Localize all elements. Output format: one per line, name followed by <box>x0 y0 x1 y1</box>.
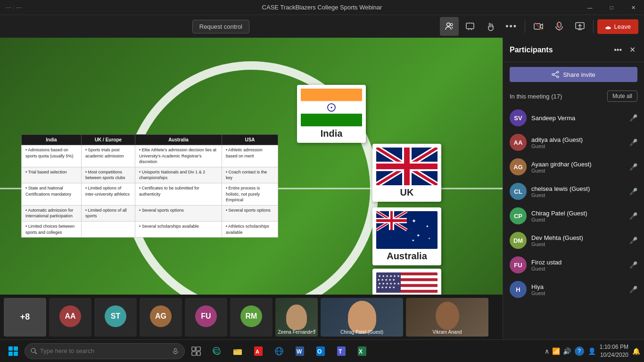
file-explorer-button[interactable] <box>228 342 247 361</box>
meeting-count-row: In this meeting (17) Mute all <box>503 87 644 106</box>
panel-close-button[interactable]: ✕ <box>627 43 637 56</box>
participant-thumb-aa[interactable]: AA <box>49 298 91 337</box>
svg-text:★ ★ ★ ★ ★ ★: ★ ★ ★ ★ ★ ★ <box>378 282 400 285</box>
chat-button[interactable] <box>461 17 479 36</box>
outlook-button[interactable]: O <box>311 342 330 361</box>
mic-status-icon: 🎤 <box>629 163 637 171</box>
word-button[interactable]: W <box>290 342 309 361</box>
avatar-ag: AG <box>150 305 172 327</box>
list-item[interactable]: H Hiya Guest 🎤 <box>503 277 644 302</box>
adobe-reader-button[interactable]: A <box>249 342 268 361</box>
mic-status-icon: 🎤 <box>629 114 637 122</box>
participant-role: Guest <box>531 143 625 149</box>
mic-button[interactable] <box>550 17 569 36</box>
mic-status-icon: 🎤 <box>629 261 637 269</box>
help-icon[interactable]: ? <box>575 346 584 356</box>
search-bar[interactable] <box>25 343 185 359</box>
overflow-count-thumb[interactable]: +8 <box>4 298 46 337</box>
toolbar-right: ••• <box>440 17 638 36</box>
uk-label: UK <box>400 187 414 198</box>
task-view-button[interactable] <box>187 342 206 361</box>
outlook-icon: O <box>316 346 325 356</box>
leave-button[interactable]: Leave <box>597 19 638 34</box>
task-view-icon <box>191 346 201 356</box>
table-cell: • Most competitions between sports clubs <box>81 167 135 183</box>
list-item[interactable]: CL chelsea lewis (Guest) Guest 🎤 <box>503 179 644 204</box>
avatar: SV <box>510 109 527 126</box>
system-clock[interactable]: 1:10:06 PM 10/24/2020 <box>600 343 628 359</box>
table-header-usa: USA <box>222 135 278 145</box>
camera-icon <box>534 22 543 31</box>
list-item[interactable]: CP Chirag Patel (Guest) Guest 🎤 <box>503 204 644 228</box>
svg-rect-22 <box>376 164 438 169</box>
india-label: India <box>321 128 343 139</box>
svg-text:✦: ✦ <box>412 239 415 243</box>
participant-thumb-rm[interactable]: RM <box>230 298 272 337</box>
camera-button[interactable] <box>529 17 548 36</box>
participant-thumb-chirag[interactable]: Chirag Patel (Guest) <box>321 298 403 337</box>
excel-icon: X <box>358 346 366 356</box>
meeting-toolbar: Request control ••• <box>0 15 644 38</box>
mute-all-button[interactable]: Mute all <box>607 90 637 102</box>
more-options-button[interactable]: ••• <box>502 17 521 36</box>
show-hidden-icons[interactable]: ∧ <box>545 347 549 355</box>
svg-text:★ ★ ★ ★ ★: ★ ★ ★ ★ ★ <box>377 278 395 281</box>
teams-button[interactable]: T <box>332 342 351 361</box>
excel-button[interactable]: X <box>353 342 372 361</box>
mic-search-icon <box>172 348 179 354</box>
ie-button[interactable] <box>270 342 289 361</box>
participant-thumb-st[interactable]: ST <box>94 298 137 337</box>
participants-button[interactable] <box>440 17 459 36</box>
volume-icon[interactable]: 🔊 <box>563 347 571 355</box>
mic-status-icon: 🎤 <box>629 139 637 146</box>
svg-text:✦: ✦ <box>412 218 416 224</box>
participant-display-name: Chirag Patel (Guest) <box>531 210 625 217</box>
svg-point-0 <box>446 23 450 26</box>
ie-icon <box>274 346 284 356</box>
close-button[interactable]: ✕ <box>622 0 644 15</box>
participant-display-name: Sandeep Verma <box>531 115 625 122</box>
minimize-button[interactable]: — <box>579 0 601 15</box>
panel-more-button[interactable]: ••• <box>612 44 624 56</box>
share-invite-button[interactable]: Share invite <box>510 67 637 82</box>
participants-strip: +8 AA ST AG FU <box>0 295 503 339</box>
list-item[interactable]: AG Ayaan girdhar (Guest) Guest 🎤 <box>503 155 644 179</box>
svg-text:✦: ✦ <box>416 233 420 238</box>
edge-button[interactable] <box>207 342 226 361</box>
taskbar-right: ∧ 📶 🔊 ? 👤 1:10:06 PM 10/24/2020 🔔 <box>545 343 640 359</box>
list-item[interactable]: AA aditya alva (Guest) Guest 🎤 <box>503 130 644 155</box>
maximize-button[interactable]: □ <box>601 0 622 15</box>
list-item[interactable]: SV Sandeep Verma 🎤 <box>503 106 644 130</box>
people-icon[interactable]: 👤 <box>588 347 596 355</box>
participant-info: Firoz ustad Guest <box>531 259 625 272</box>
participant-thumb-ag[interactable]: AG <box>140 298 182 337</box>
participant-info: Hiya Guest <box>531 283 625 296</box>
table-header-india: India <box>22 135 82 145</box>
participant-thumb-vikram[interactable]: Vikram Anand <box>406 298 488 337</box>
panel-title: Participants <box>510 46 553 54</box>
table-cell: • Elite Athlete's admission decision lie… <box>135 145 222 167</box>
raise-hand-button[interactable] <box>481 17 500 36</box>
word-icon: W <box>296 346 304 356</box>
participant-info: Chirag Patel (Guest) Guest <box>531 210 625 222</box>
network-icon[interactable]: 📶 <box>552 347 560 355</box>
teams-icon: T <box>337 346 346 356</box>
search-input[interactable] <box>40 347 169 354</box>
table-cell: • Several scholarships available <box>135 221 222 237</box>
request-control-button[interactable]: Request control <box>192 20 249 33</box>
participant-role: Guest <box>531 192 625 198</box>
start-button[interactable] <box>4 342 23 361</box>
edge-icon <box>212 346 222 356</box>
avatar-fu: FU <box>195 305 217 327</box>
svg-rect-11 <box>301 114 362 126</box>
share-screen-button[interactable] <box>570 17 589 36</box>
participant-thumb-zeena[interactable]: Zeena Fernandes 🎤 <box>275 298 318 337</box>
list-item[interactable]: FU Firoz ustad Guest 🎤 <box>503 253 644 277</box>
list-item[interactable]: DM Dev Mehta (Guest) Guest 🎤 <box>503 228 644 253</box>
search-icon <box>31 348 37 354</box>
panel-header-actions: ••• ✕ <box>612 43 637 56</box>
share-icon <box>552 71 559 78</box>
notification-button[interactable]: 🔔 <box>632 347 640 355</box>
participant-thumb-fu[interactable]: FU <box>185 298 227 337</box>
svg-rect-62 <box>192 352 196 355</box>
